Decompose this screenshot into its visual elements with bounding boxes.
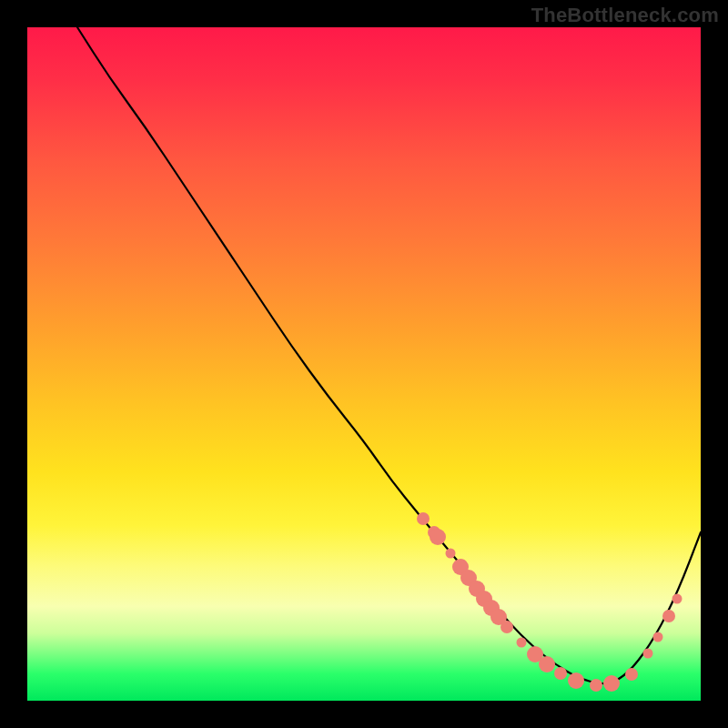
data-point xyxy=(517,638,527,648)
data-point xyxy=(672,594,682,604)
data-point xyxy=(590,679,602,692)
data-point xyxy=(603,675,620,692)
data-point xyxy=(643,649,653,659)
chart-frame: TheBottleneck.com xyxy=(0,0,728,728)
data-point xyxy=(430,529,446,545)
curve-path xyxy=(77,27,701,683)
data-point xyxy=(653,632,663,642)
chart-svg xyxy=(27,27,701,701)
data-point xyxy=(554,667,567,680)
data-point xyxy=(539,656,555,672)
watermark-text: TheBottleneck.com xyxy=(531,4,719,27)
plot-area xyxy=(27,27,701,701)
data-point xyxy=(625,668,638,681)
data-point xyxy=(500,621,513,633)
data-point xyxy=(446,549,456,559)
data-point xyxy=(568,672,584,689)
data-point xyxy=(417,512,430,525)
data-point xyxy=(662,610,675,622)
highlighted-points-group xyxy=(417,512,682,692)
